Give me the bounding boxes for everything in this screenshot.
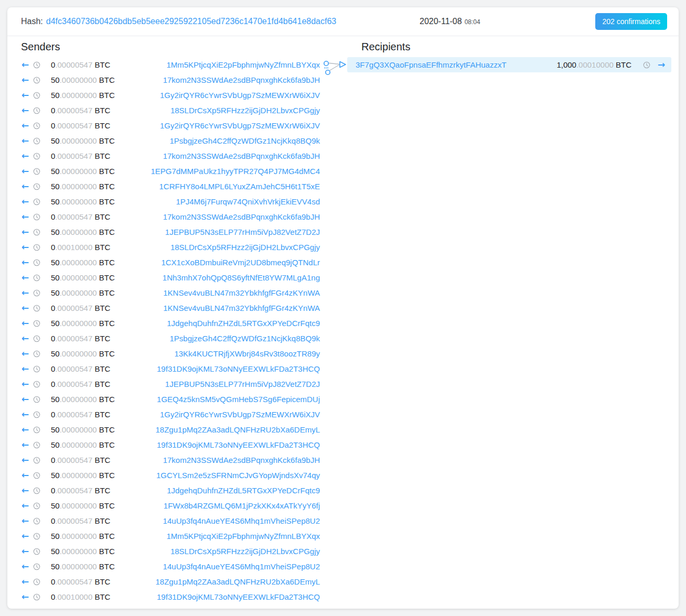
sender-amount: 50.00000000 BTC (51, 532, 115, 541)
sender-address-link[interactable]: 1KNSev4vuBLN47m32YbkhfgfFGr4zKYnWA (163, 304, 320, 312)
sender-amount: 50.00000000 BTC (51, 258, 115, 267)
clock-icon (33, 122, 40, 129)
sender-address-link[interactable]: 1GCYLSm2e5zSFRNmCJvGYopWjndsXv74qy (156, 471, 320, 480)
sender-row: ← 50.00000000 BTC 1JdgehqDuhfnZHZdL5RTGx… (21, 316, 320, 331)
incoming-arrow-icon[interactable]: ← (21, 410, 29, 419)
incoming-arrow-icon[interactable]: ← (21, 425, 29, 434)
outgoing-arrow-icon[interactable]: → (657, 60, 666, 69)
incoming-arrow-icon[interactable]: ← (21, 121, 29, 130)
sender-address-link[interactable]: 1Nh3mhX7ohQpQ8S6yftNfEt8YW7MLgA1ng (163, 273, 320, 282)
incoming-arrow-icon[interactable]: ← (21, 395, 29, 404)
incoming-arrow-icon[interactable]: ← (21, 532, 29, 541)
incoming-arrow-icon[interactable]: ← (21, 106, 29, 115)
incoming-arrow-icon[interactable]: ← (21, 319, 29, 328)
incoming-arrow-icon[interactable]: ← (21, 91, 29, 100)
recipients-list: 3F7gQ3XQaoFpnsaEFfhmzrkytFAHuazzxT 1,000… (347, 57, 671, 72)
incoming-arrow-icon[interactable]: ← (21, 273, 29, 282)
sender-address-link[interactable]: 14uUp3fq4nAueYE4S6Mhq1mVheiSPep8U2 (163, 562, 320, 571)
sender-address-link[interactable]: 1CX1cXoBDmbuiReVmj2UD8bmeq9jQTNdLr (161, 258, 320, 267)
sender-address-link[interactable]: 1Gy2irQYR6cYwrSVbUgp7SzMEWXrW6iXJV (160, 121, 320, 130)
sender-address-link[interactable]: 13Kk4KUCTRjfjXWbrj84sRv3t8oozTR89y (174, 349, 320, 358)
sender-address-link[interactable]: 1KNSev4vuBLN47m32YbkhfgfFGr4zKYnWA (163, 288, 320, 297)
incoming-arrow-icon[interactable]: ← (21, 364, 29, 373)
incoming-arrow-icon[interactable]: ← (21, 486, 29, 495)
sender-address-link[interactable]: 19f31DK9ojKML73oNNyEEXWLkFDa2T3HCQ (157, 592, 320, 601)
hash-link[interactable]: d4fc3460736b0426bdb5eb5eee2925922105ed72… (46, 17, 336, 26)
sender-address-link[interactable]: 1JEPBUP5N3sELP77rHm5iVpJ82VetZ7D2J (165, 380, 320, 388)
sender-row: ← 50.00000000 BTC 18SLDrCsXp5RFHzz2ijGjD… (21, 544, 320, 559)
incoming-arrow-icon[interactable]: ← (21, 456, 29, 464)
sender-row: ← 0.00000547 BTC 1KNSev4vuBLN47m32Ybkhfg… (21, 300, 320, 316)
sender-amount: 50.00000000 BTC (51, 182, 115, 191)
sender-address-link[interactable]: 19f31DK9ojKML73oNNyEEXWLkFDa2T3HCQ (157, 440, 320, 449)
clock-icon (33, 350, 40, 358)
incoming-arrow-icon[interactable]: ← (21, 440, 29, 449)
incoming-arrow-icon[interactable]: ← (21, 258, 29, 267)
senders-section: Senders ← 0.00000547 BTC 1Mm5KPtjcqXiE2p… (21, 36, 320, 604)
clock-icon (33, 533, 40, 540)
recipient-address-link[interactable]: 3F7gQ3XQaoFpnsaEFfhmzrkytFAHuazzxT (356, 60, 507, 69)
sender-row: ← 0.00000547 BTC 1JdgehqDuhfnZHZdL5RTGxX… (21, 483, 320, 498)
sender-address-link[interactable]: 1Gy2irQYR6cYwrSVbUgp7SzMEWXrW6iXJV (160, 410, 320, 419)
incoming-arrow-icon[interactable]: ← (21, 60, 29, 69)
incoming-arrow-icon[interactable]: ← (21, 197, 29, 206)
incoming-arrow-icon[interactable]: ← (21, 212, 29, 221)
sender-amount: 50.00000000 BTC (51, 91, 115, 100)
sender-address-link[interactable]: 1Gy2irQYR6cYwrSVbUgp7SzMEWXrW6iXJV (160, 91, 320, 100)
incoming-arrow-icon[interactable]: ← (21, 380, 29, 388)
sender-address-link[interactable]: 17kom2N3SSWdAe2sdBPqnxghKck6fa9bJH (163, 152, 320, 160)
clock-icon (33, 365, 40, 373)
sender-address-link[interactable]: 18SLDrCsXp5RFHzz2ijGjDH2LbvxCPGgjy (170, 547, 320, 556)
incoming-arrow-icon[interactable]: ← (21, 501, 29, 510)
sender-address-link[interactable]: 1CRFHY8o4LMPL6LYuxZAmJehC5H6t1T5xE (159, 182, 320, 191)
incoming-arrow-icon[interactable]: ← (21, 228, 29, 236)
sender-address-link[interactable]: 14uUp3fq4nAueYE4S6Mhq1mVheiSPep8U2 (163, 516, 320, 525)
incoming-arrow-icon[interactable]: ← (21, 152, 29, 160)
sender-address-link[interactable]: 1PJ4M6j7Furqw74QniXvhVrkjEkiEVV4sd (176, 197, 320, 206)
incoming-arrow-icon[interactable]: ← (21, 577, 29, 586)
incoming-arrow-icon[interactable]: ← (21, 334, 29, 343)
sender-amount: 0.00010000 BTC (51, 592, 110, 601)
incoming-arrow-icon[interactable]: ← (21, 182, 29, 191)
incoming-arrow-icon[interactable]: ← (21, 547, 29, 556)
incoming-arrow-icon[interactable]: ← (21, 516, 29, 525)
sender-address-link[interactable]: 18SLDrCsXp5RFHzz2ijGjDH2LbvxCPGgjy (170, 243, 320, 252)
sender-address-link[interactable]: 1FWx8b4RZGMLQ6M1jPzkXKx4xATkYyY6fj (164, 501, 320, 510)
sender-row: ← 0.00000547 BTC 17kom2N3SSWdAe2sdBPqnxg… (21, 148, 320, 164)
sender-amount: 50.00000000 BTC (51, 471, 115, 480)
incoming-arrow-icon[interactable]: ← (21, 167, 29, 176)
sender-row: ← 50.00000000 BTC 1CX1cXoBDmbuiReVmj2UD8… (21, 255, 320, 270)
sender-address-link[interactable]: 1JEPBUP5N3sELP77rHm5iVpJ82VetZ7D2J (165, 228, 320, 236)
sender-address-link[interactable]: 1EPG7dMMPaUkz1hyyTPR27Q4PJ7MG4dMC4 (151, 167, 320, 176)
incoming-arrow-icon[interactable]: ← (21, 349, 29, 358)
incoming-arrow-icon[interactable]: ← (21, 75, 29, 84)
sender-address-link[interactable]: 1PsbgjzeGh4C2ffQzWDfGz1NcjKkq8BQ9k (169, 334, 320, 343)
incoming-arrow-icon[interactable]: ← (21, 562, 29, 571)
incoming-arrow-icon[interactable]: ← (21, 592, 29, 601)
sender-row: ← 50.00000000 BTC 17kom2N3SSWdAe2sdBPqnx… (21, 72, 320, 88)
sender-address-link[interactable]: 17kom2N3SSWdAe2sdBPqnxghKck6fa9bJH (163, 212, 320, 221)
sender-address-link[interactable]: 17kom2N3SSWdAe2sdBPqnxghKck6fa9bJH (163, 75, 320, 84)
sender-address-link[interactable]: 18Zgu1pMq2ZAa3adLQNFHzRU2bXa6DEmyL (156, 577, 320, 586)
incoming-arrow-icon[interactable]: ← (21, 471, 29, 480)
sender-amount: 0.00000547 BTC (51, 486, 110, 495)
sender-address-link[interactable]: 1PsbgjzeGh4C2ffQzWDfGz1NcjKkq8BQ9k (169, 136, 320, 145)
sender-address-link[interactable]: 1Mm5KPtjcqXiE2pFbphmjwNyZfmnLBYXqx (166, 532, 320, 541)
incoming-arrow-icon[interactable]: ← (21, 288, 29, 297)
clock-icon (33, 198, 40, 206)
sender-row: ← 50.00000000 BTC 1Mm5KPtjcqXiE2pFbphmjw… (21, 528, 320, 544)
sender-address-link[interactable]: 1JdgehqDuhfnZHZdL5RTGxXPYeDCrFqtc9 (167, 486, 320, 495)
sender-address-link[interactable]: 1JdgehqDuhfnZHZdL5RTGxXPYeDCrFqtc9 (167, 319, 320, 328)
incoming-arrow-icon[interactable]: ← (21, 304, 29, 312)
sender-address-link[interactable]: 18Zgu1pMq2ZAa3adLQNFHzRU2bXa6DEmyL (156, 425, 320, 434)
incoming-arrow-icon[interactable]: ← (21, 136, 29, 145)
sender-row: ← 0.00010000 BTC 18SLDrCsXp5RFHzz2ijGjDH… (21, 240, 320, 255)
clock-icon (33, 517, 40, 525)
incoming-arrow-icon[interactable]: ← (21, 243, 29, 252)
sender-row: ← 0.00000547 BTC 18SLDrCsXp5RFHzz2ijGjDH… (21, 103, 320, 118)
sender-address-link[interactable]: 19f31DK9ojKML73oNNyEEXWLkFDa2T3HCQ (157, 364, 320, 373)
sender-address-link[interactable]: 17kom2N3SSWdAe2sdBPqnxghKck6fa9bJH (163, 456, 320, 464)
sender-address-link[interactable]: 18SLDrCsXp5RFHzz2ijGjDH2LbvxCPGgjy (170, 106, 320, 115)
sender-address-link[interactable]: 1GEQ4z5knSM5vQGmHebS7Sg6FepicemDUj (157, 395, 320, 404)
sender-address-link[interactable]: 1Mm5KPtjcqXiE2pFbphmjwNyZfmnLBYXqx (166, 60, 320, 69)
